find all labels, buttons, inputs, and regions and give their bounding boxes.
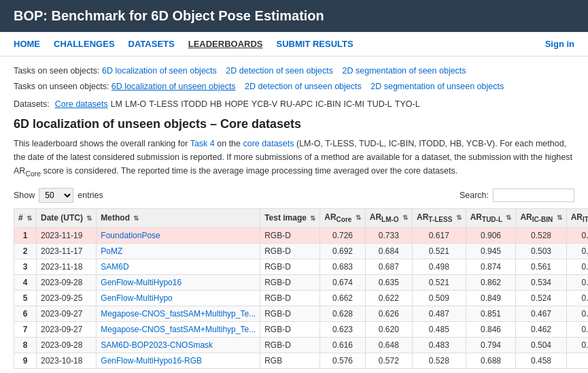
- cell-ar-tudl: 0.846: [466, 321, 516, 337]
- unseen-link-2[interactable]: 2D detection of unseen objects: [245, 82, 362, 91]
- cell-method: SAM6D: [97, 259, 260, 274]
- seen-link-3[interactable]: 2D segmentation of seen objects: [343, 66, 466, 76]
- table-row: 82023-09-28SAM6D-BOP2023-CNOSmaskRGB-D0.…: [14, 337, 589, 353]
- cell-rank: 9: [14, 353, 37, 368]
- cell-method: Megapose-CNOS_fastSAM+Multihyp_Te...: [97, 306, 260, 321]
- cell-test-image: RGB-D: [260, 243, 320, 259]
- cell-ar-icbin: 0.528: [516, 227, 566, 243]
- cell-rank: 7: [14, 321, 37, 337]
- method-link[interactable]: GenFlow-MultiHypo16: [101, 278, 181, 287]
- unseen-tasks-label: Tasks on unseen objects:: [14, 82, 109, 91]
- cell-date: 2023-09-27: [37, 306, 97, 321]
- cell-date: 2023-09-27: [37, 321, 97, 337]
- col-method[interactable]: Method ⇅: [97, 209, 260, 227]
- col-ar-itodd[interactable]: ARITODD ⇅: [566, 209, 588, 227]
- cell-ar-icbin: 0.467: [516, 306, 566, 321]
- table-row: 42023-09-28GenFlow-MultiHypo16RGB-D0.674…: [14, 274, 589, 290]
- unseen-tasks-row: Tasks on unseen objects: 6D localization…: [14, 79, 574, 95]
- nav-leaderboards[interactable]: LEADERBOARDS: [188, 32, 263, 56]
- cell-ar-icbin: 0.534: [516, 274, 566, 290]
- cell-ar-tudl: 0.945: [466, 243, 516, 259]
- nav-datasets[interactable]: DATASETS: [128, 32, 175, 56]
- cell-ar-tless: 0.617: [412, 227, 466, 243]
- site-header: BOP: Benchmark for 6D Object Pose Estima…: [0, 0, 588, 32]
- cell-ar-icbin: 0.503: [516, 243, 566, 259]
- method-link[interactable]: GenFlow-MultiHypo: [101, 293, 172, 303]
- cell-date: 2023-11-19: [37, 227, 97, 243]
- cell-date: 2023-09-25: [37, 290, 97, 306]
- method-link[interactable]: GenFlow-MultiHypo16-RGB: [101, 356, 202, 366]
- table-row: 92023-10-18GenFlow-MultiHypo16-RGBRGB0.5…: [14, 353, 589, 368]
- cell-ar-lmo: 0.626: [365, 306, 412, 321]
- method-link[interactable]: Megapose-CNOS_fastSAM+Multihyp_Te...: [101, 325, 256, 334]
- unseen-link-3[interactable]: 2D segmentation of unseen objects: [370, 82, 504, 91]
- unseen-link-1[interactable]: 6D localization of unseen objects: [111, 82, 236, 91]
- cell-rank: 3: [14, 259, 37, 274]
- nav-challenges[interactable]: CHALLENGES: [54, 32, 115, 56]
- cell-ar-icbin: 0.524: [516, 290, 566, 306]
- cell-date: 2023-11-18: [37, 259, 97, 274]
- cell-rank: 6: [14, 306, 37, 321]
- site-title: BOP: Benchmark for 6D Object Pose Estima…: [14, 8, 574, 24]
- core-datasets-link[interactable]: core datasets: [243, 139, 294, 148]
- search-input[interactable]: [493, 189, 574, 202]
- cell-ar-core: 0.576: [320, 353, 365, 368]
- method-link[interactable]: SAM6D: [101, 262, 128, 272]
- cell-ar-icbin: 0.462: [516, 321, 566, 337]
- cell-ar-lmo: 0.572: [365, 353, 412, 368]
- cell-rank: 8: [14, 337, 37, 353]
- col-test-image[interactable]: Test image ⇅: [260, 209, 320, 227]
- cell-method: GenFlow-MultiHypo: [97, 290, 260, 306]
- search-box: Search:: [460, 189, 574, 202]
- col-date[interactable]: Date (UTC) ⇅: [37, 209, 97, 227]
- cell-date: 2023-11-17: [37, 243, 97, 259]
- cell-test-image: RGB-D: [260, 290, 320, 306]
- show-label: Show: [14, 191, 35, 200]
- cell-date: 2023-09-28: [37, 337, 97, 353]
- cell-ar-icbin: 0.458: [516, 353, 566, 368]
- method-link[interactable]: SAM6D-BOP2023-CNOSmask: [101, 340, 213, 350]
- cell-ar-tless: 0.521: [412, 243, 466, 259]
- method-link[interactable]: PoMZ: [101, 246, 122, 256]
- cell-test-image: RGB-D: [260, 274, 320, 290]
- cell-test-image: RGB-D: [260, 259, 320, 274]
- cell-ar-tudl: 0.862: [466, 274, 516, 290]
- seen-link-1[interactable]: 6D localization of seen objects: [102, 66, 217, 76]
- nav-home[interactable]: HOME: [14, 32, 40, 56]
- cell-ar-lmo: 0.648: [365, 337, 412, 353]
- method-link[interactable]: FoundationPose: [101, 231, 160, 240]
- task4-link[interactable]: Task 4: [190, 139, 215, 148]
- col-ar-tless[interactable]: ART-LESS ⇅: [412, 209, 466, 227]
- cell-ar-core: 0.616: [320, 337, 365, 353]
- seen-link-2[interactable]: 2D detection of seen objects: [226, 66, 333, 76]
- cell-method: GenFlow-MultiHypo16-RGB: [97, 353, 260, 368]
- cell-test-image: RGB-D: [260, 306, 320, 321]
- nav-submit[interactable]: SUBMIT RESULTS: [277, 32, 353, 56]
- cell-ar-core: 0.726: [320, 227, 365, 243]
- col-ar-icbin[interactable]: ARIC-BIN ⇅: [516, 209, 566, 227]
- col-ar-tudl[interactable]: ARTUD-L ⇅: [466, 209, 516, 227]
- cell-ar-icbin: 0.561: [516, 259, 566, 274]
- cell-ar-lmo: 0.684: [365, 243, 412, 259]
- datasets-label: Datasets:: [14, 99, 50, 109]
- cell-method: Megapose-CNOS_fastSAM+Multihyp_Te...: [97, 321, 260, 337]
- sign-in-link[interactable]: Sign in: [545, 32, 574, 56]
- cell-ar-tudl: 0.874: [466, 259, 516, 274]
- col-ar-lmo[interactable]: ARLM-O ⇅: [365, 209, 412, 227]
- col-ar-core[interactable]: ARCore ⇅: [320, 209, 365, 227]
- col-rank[interactable]: # ⇅: [14, 209, 37, 227]
- cell-ar-tless: 0.487: [412, 306, 466, 321]
- entries-select[interactable]: 10 25 50 100: [39, 188, 73, 203]
- cell-ar-itodd: 0.609: [566, 227, 588, 243]
- method-link[interactable]: Megapose-CNOS_fastSAM+Multihyp_Te...: [101, 309, 256, 319]
- cell-rank: 2: [14, 243, 37, 259]
- cell-ar-tless: 0.498: [412, 259, 466, 274]
- cell-test-image: RGB-D: [260, 321, 320, 337]
- cell-rank: 1: [14, 227, 37, 243]
- cell-method: FoundationPose: [97, 227, 260, 243]
- dataset-core[interactable]: Core datasets: [55, 99, 108, 109]
- cell-ar-core: 0.674: [320, 274, 365, 290]
- cell-test-image: RGB-D: [260, 337, 320, 353]
- cell-ar-lmo: 0.687: [365, 259, 412, 274]
- cell-ar-core: 0.628: [320, 306, 365, 321]
